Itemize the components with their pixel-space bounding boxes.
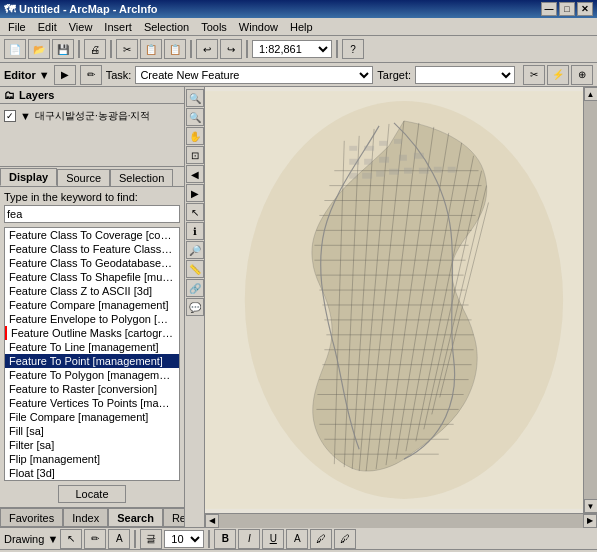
result-item[interactable]: Feature Vertices To Points [management] [5, 396, 179, 410]
menu-window[interactable]: Window [233, 18, 284, 35]
undo-button[interactable]: ↩ [196, 39, 218, 59]
result-item[interactable]: Float [sa] [5, 480, 179, 481]
save-button[interactable]: 💾 [52, 39, 74, 59]
result-item[interactable]: Feature Class To Geodatabase [multiple] … [5, 256, 179, 270]
horizontal-scrollbar[interactable]: ◀ ▶ [205, 513, 597, 527]
scroll-left-button[interactable]: ◀ [205, 514, 219, 528]
search-input[interactable] [4, 205, 180, 223]
tab-selection[interactable]: Selection [110, 169, 173, 186]
minimize-button[interactable]: — [541, 2, 557, 16]
close-button[interactable]: ✕ [577, 2, 593, 16]
scroll-track[interactable] [584, 101, 598, 499]
zoom-out-tool[interactable]: 🔍 [186, 108, 204, 126]
scroll-right-button[interactable]: ▶ [583, 514, 597, 528]
print-button[interactable]: 🖨 [84, 39, 106, 59]
result-item[interactable]: Filter [sa] [5, 438, 179, 452]
main-container: 🗂 Layers ✓ ▼ 대구시발성군·농광읍·지적 Display Sourc… [0, 87, 597, 527]
measure-tool[interactable]: 📏 [186, 260, 204, 278]
paste-button[interactable]: 📋 [164, 39, 186, 59]
layer-toggle-icon[interactable]: ▼ [20, 110, 31, 122]
tab-favorites[interactable]: Favorites [0, 508, 63, 526]
italic-button[interactable]: I [238, 529, 260, 549]
menu-help[interactable]: Help [284, 18, 319, 35]
result-item[interactable]: Fill [sa] [5, 424, 179, 438]
editor-dropdown-btn[interactable]: Editor ▼ [4, 69, 50, 81]
forward-tool[interactable]: ▶ [186, 184, 204, 202]
scale-dropdown[interactable]: 1:82,861 [252, 40, 332, 58]
result-item[interactable]: Feature Class Z to ASCII [3d] [5, 284, 179, 298]
edit-tool-1[interactable]: ✂ [523, 65, 545, 85]
bold-button[interactable]: B [214, 529, 236, 549]
edit-tool-2[interactable]: ⚡ [547, 65, 569, 85]
maximize-button[interactable]: □ [559, 2, 575, 16]
locate-button[interactable]: Locate [58, 485, 125, 503]
svg-rect-43 [399, 155, 407, 161]
result-item[interactable]: Flip [management] [5, 452, 179, 466]
edit-tool-3[interactable]: ⊕ [571, 65, 593, 85]
menu-edit[interactable]: Edit [32, 18, 63, 35]
menu-tools[interactable]: Tools [195, 18, 233, 35]
result-item[interactable]: Feature To Polygon [management] [5, 368, 179, 382]
identify-tool[interactable]: ℹ [186, 222, 204, 240]
extent-tool[interactable]: ⊡ [186, 146, 204, 164]
scroll-up-button[interactable]: ▲ [584, 87, 598, 101]
highlight-btn[interactable]: 🖊 [310, 529, 332, 549]
separator-1 [78, 40, 80, 58]
result-item[interactable]: Feature to Raster [conversion] [5, 382, 179, 396]
scroll-down-button[interactable]: ▼ [584, 499, 598, 513]
layer-name[interactable]: 대구시발성군·농광읍·지적 [35, 109, 151, 123]
zoom-in-tool[interactable]: 🔍 [186, 89, 204, 107]
result-item[interactable]: Float [3d] [5, 466, 179, 480]
result-item[interactable]: Feature Envelope to Polygon [management] [5, 312, 179, 326]
search-results-list[interactable]: Feature Class To Coverage [conversion]Fe… [4, 227, 180, 481]
result-item[interactable]: Feature To Line [management] [5, 340, 179, 354]
underline-button[interactable]: U [262, 529, 284, 549]
editor-tool2[interactable]: ✏ [80, 65, 102, 85]
tab-source[interactable]: Source [57, 169, 110, 186]
html-popup-tool[interactable]: 💬 [186, 298, 204, 316]
layer-item[interactable]: ✓ ▼ 대구시발성군·농광읍·지적 [4, 108, 180, 124]
open-button[interactable]: 📂 [28, 39, 50, 59]
result-item[interactable]: Feature Class to Feature Class [conversi… [5, 242, 179, 256]
result-item[interactable]: File Compare [management] [5, 410, 179, 424]
find-tool[interactable]: 🔎 [186, 241, 204, 259]
menu-file[interactable]: File [2, 18, 32, 35]
editor-arrow[interactable]: ▶ [54, 65, 76, 85]
copy-button[interactable]: 📋 [140, 39, 162, 59]
font-size-dropdown[interactable]: 10 [164, 530, 204, 548]
scroll-h-track[interactable] [219, 514, 583, 528]
drawing-arrow[interactable]: ↖ [60, 529, 82, 549]
drawing-tool4[interactable]: 글 [140, 529, 162, 549]
drawing-tool2[interactable]: ✏ [84, 529, 106, 549]
tab-results[interactable]: Results [163, 508, 184, 526]
task-dropdown[interactable]: Create New Feature [135, 66, 373, 84]
drawing-tool3[interactable]: A [108, 529, 130, 549]
target-dropdown[interactable] [415, 66, 515, 84]
result-item[interactable]: Feature Class To Coverage [conversion] [5, 228, 179, 242]
drawing-label[interactable]: Drawing ▼ [4, 533, 58, 545]
font-color-btn[interactable]: A [286, 529, 308, 549]
separator-3 [190, 40, 192, 58]
layer-checkbox[interactable]: ✓ [4, 110, 16, 122]
hyperlink-tool[interactable]: 🔗 [186, 279, 204, 297]
map-area[interactable] [205, 87, 583, 513]
menu-selection[interactable]: Selection [138, 18, 195, 35]
new-button[interactable]: 📄 [4, 39, 26, 59]
menu-view[interactable]: View [63, 18, 99, 35]
result-item[interactable]: Feature Class To Shapefile [multiple] [c… [5, 270, 179, 284]
result-item[interactable]: Feature To Point [management] [5, 354, 179, 368]
redo-button[interactable]: ↪ [220, 39, 242, 59]
pan-tool[interactable]: ✋ [186, 127, 204, 145]
vertical-scrollbar[interactable]: ▲ ▼ [583, 87, 597, 513]
tab-search[interactable]: Search [108, 508, 163, 526]
tab-index[interactable]: Index [63, 508, 108, 526]
tab-display[interactable]: Display [0, 168, 57, 186]
cut-button[interactable]: ✂ [116, 39, 138, 59]
result-item[interactable]: Feature Compare [management] [5, 298, 179, 312]
help-button[interactable]: ? [342, 39, 364, 59]
menu-insert[interactable]: Insert [98, 18, 138, 35]
back-tool[interactable]: ◀ [186, 165, 204, 183]
line-color-btn[interactable]: 🖊 [334, 529, 356, 549]
select-tool[interactable]: ↖ [186, 203, 204, 221]
result-item[interactable]: Feature Outline Masks [cartography] [5, 326, 179, 340]
